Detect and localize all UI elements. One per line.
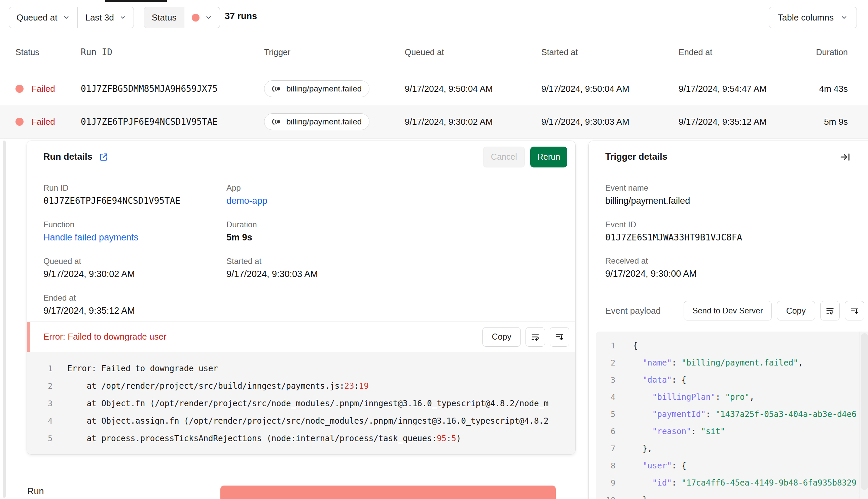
scroll-to-bottom-button[interactable] bbox=[550, 327, 569, 347]
line-number: 5 bbox=[27, 434, 52, 443]
status-filter-value-segment[interactable] bbox=[184, 7, 220, 28]
queued-at-label: Queued at bbox=[44, 257, 226, 266]
function-label: Function bbox=[44, 220, 226, 229]
run-queued-cell: 9/17/2024, 9:50:04 AM bbox=[405, 72, 493, 105]
payload-scrollbar-track bbox=[859, 331, 860, 499]
started-at-label: Started at bbox=[226, 257, 575, 266]
app-label: App bbox=[226, 183, 575, 193]
column-header-run-id[interactable]: Run ID bbox=[81, 32, 112, 72]
rerun-button[interactable]: Rerun bbox=[530, 147, 567, 168]
trigger-pill[interactable]: billing/payment.failed bbox=[264, 80, 370, 97]
error-callout: Error: Failed to downgrade user Copy bbox=[27, 321, 575, 352]
event-trigger-icon bbox=[272, 85, 282, 93]
failed-status-dot-icon bbox=[192, 14, 200, 22]
app-link[interactable]: demo-app bbox=[226, 196, 575, 206]
code-line: 5 at process.processTicksAndRejections (… bbox=[27, 430, 575, 447]
filter-toolbar: Queued at Last 3d Status 37 runs Table c… bbox=[0, 0, 868, 33]
duration-label: Duration bbox=[226, 220, 575, 229]
status-filter-label: Status bbox=[152, 12, 177, 23]
table-row[interactable]: Failed01J7ZFBG5DMM85MJA9H659JX75billing/… bbox=[0, 72, 868, 105]
status-filter-label-segment[interactable]: Status bbox=[144, 7, 184, 28]
code-line: 7 }, bbox=[596, 440, 868, 457]
event-trigger-icon bbox=[272, 118, 282, 125]
copy-error-button[interactable]: Copy bbox=[482, 327, 521, 347]
collapse-panel-right-icon[interactable] bbox=[840, 151, 851, 163]
chevron-down-icon bbox=[205, 14, 212, 21]
open-in-new-icon[interactable] bbox=[99, 152, 109, 162]
function-link[interactable]: Handle failed payments bbox=[44, 232, 226, 243]
run-id-value: 01J7ZE6TPJF6E94NCSD1V95TAE bbox=[44, 196, 226, 206]
code-line: 2 "name": "billing/payment.failed", bbox=[596, 354, 868, 371]
line-number: 2 bbox=[596, 358, 615, 367]
code-line: 2 at /opt/render/project/src/build/innge… bbox=[27, 377, 575, 395]
queued-at-filter-label: Queued at bbox=[16, 12, 57, 23]
run-status-cell: Failed bbox=[15, 72, 55, 105]
copy-payload-button[interactable]: Copy bbox=[777, 301, 815, 320]
scroll-to-bottom-button[interactable] bbox=[845, 301, 864, 320]
code-line: 3 at Object.fn (/opt/render/project/src/… bbox=[27, 395, 575, 412]
column-header-duration[interactable]: Duration bbox=[767, 32, 848, 72]
chevron-down-icon bbox=[841, 14, 848, 21]
chevron-down-icon bbox=[119, 14, 126, 21]
received-at-label: Received at bbox=[605, 256, 868, 266]
run-duration-cell: 5m 9s bbox=[767, 105, 848, 138]
event-name-label: Event name bbox=[605, 183, 868, 193]
table-columns-button[interactable]: Table columns bbox=[769, 7, 857, 28]
line-number: 9 bbox=[596, 478, 615, 487]
event-id-value: 01J7ZE6S1MJWA33HT9B1VJC8FA bbox=[605, 232, 868, 242]
payload-scrollbar-thumb[interactable] bbox=[861, 333, 868, 490]
column-header-status[interactable]: Status bbox=[15, 32, 39, 72]
column-header-trigger[interactable]: Trigger bbox=[264, 32, 290, 72]
status-filter-group: Status bbox=[144, 7, 220, 28]
run-details-fields: Run ID 01J7ZE6TPJF6E94NCSD1V95TAE App de… bbox=[27, 173, 575, 316]
run-ended-cell: 9/17/2024, 9:54:47 AM bbox=[678, 72, 767, 105]
error-title: Error: Failed to downgrade user bbox=[44, 331, 167, 342]
run-trigger-cell: billing/payment.failed bbox=[264, 105, 370, 138]
trigger-pill[interactable]: billing/payment.failed bbox=[264, 113, 370, 130]
queued-at-value: 9/17/2024, 9:30:02 AM bbox=[44, 269, 226, 279]
event-name-value: billing/payment.failed bbox=[605, 196, 868, 206]
wrap-text-button[interactable] bbox=[526, 327, 545, 347]
column-header-ended[interactable]: Ended at bbox=[678, 32, 712, 72]
event-id-label: Event ID bbox=[605, 220, 868, 229]
failed-status-dot-icon bbox=[15, 118, 24, 126]
ended-at-value: 9/17/2024, 9:35:12 AM bbox=[44, 306, 226, 316]
stack-trace-code-block: 1Error: Failed to downgrade user2 at /op… bbox=[27, 352, 575, 454]
line-number: 5 bbox=[596, 410, 615, 419]
code-line: 1Error: Failed to downgrade user bbox=[27, 360, 575, 377]
run-id-label: Run ID bbox=[44, 183, 226, 193]
trigger-details-header: Trigger details bbox=[589, 141, 868, 173]
run-started-cell: 9/17/2024, 9:30:03 AM bbox=[541, 105, 629, 138]
received-at-value: 9/17/2024, 9:30:00 AM bbox=[605, 269, 868, 279]
section-divider bbox=[589, 287, 868, 287]
vertical-scrollbar[interactable] bbox=[3, 141, 6, 498]
line-number: 6 bbox=[596, 427, 615, 436]
run-id-cell: 01J7ZFBG5DMM85MJA9H659JX75 bbox=[81, 72, 218, 105]
run-duration-cell: 4m 43s bbox=[767, 72, 848, 105]
code-line: 6 "reason": "sit" bbox=[596, 423, 868, 440]
run-details-title: Run details bbox=[44, 151, 93, 162]
table-row[interactable]: Failed01J7ZE6TPJF6E94NCSD1V95TAEbilling/… bbox=[0, 105, 868, 138]
queued-at-filter[interactable]: Queued at bbox=[9, 7, 77, 28]
send-to-dev-server-button[interactable]: Send to Dev Server bbox=[684, 301, 771, 320]
wrap-text-button[interactable] bbox=[820, 301, 840, 320]
timeline-run-bar[interactable] bbox=[220, 486, 556, 499]
duration-value: 5m 9s bbox=[226, 232, 575, 243]
table-columns-label: Table columns bbox=[778, 12, 834, 23]
ended-at-label: Ended at bbox=[44, 293, 226, 303]
trigger-pill-label: billing/payment.failed bbox=[286, 84, 362, 94]
column-header-started[interactable]: Started at bbox=[541, 32, 578, 72]
line-number: 7 bbox=[596, 444, 615, 453]
runs-count: 37 runs bbox=[225, 0, 257, 32]
trigger-pill-label: billing/payment.failed bbox=[286, 117, 362, 126]
time-range-filter[interactable]: Last 3d bbox=[77, 7, 133, 28]
active-tab-indicator-fragment bbox=[105, 0, 167, 2]
run-status-text: Failed bbox=[31, 84, 55, 94]
timeline-run-label: Run bbox=[27, 486, 44, 497]
column-header-queued[interactable]: Queued at bbox=[405, 32, 444, 72]
runs-table-header: Status Run ID Trigger Queued at Started … bbox=[0, 32, 868, 72]
cancel-button[interactable]: Cancel bbox=[483, 147, 525, 168]
trigger-details-fields: Event name billing/payment.failed Event … bbox=[589, 173, 868, 279]
time-filter-group: Queued at Last 3d bbox=[9, 7, 134, 28]
line-number: 1 bbox=[596, 341, 615, 350]
